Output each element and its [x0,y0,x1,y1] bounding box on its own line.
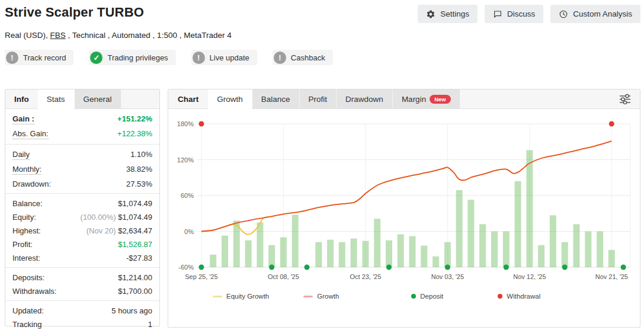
stat-label: Monthly: [12,165,41,175]
stats-group-3: Balance:$1,074.49Equity:(100.00%) $1,074… [5,193,159,267]
stat-label: Updated: [12,306,44,315]
stat-label: Withdrawals: [12,287,56,296]
stat-label: Drawdown: [12,180,51,188]
stats-group-5: Updated:5 hours agoTracking1 [5,300,159,330]
stats-list: Gain :+151.22%Abs. Gain:+122.38%Daily1.1… [5,109,159,330]
custom-analysis-button-label: Custom Analysis [573,9,632,18]
stat-row-balance: Balance:$1,074.49 [5,197,159,210]
badge-label: Trading privileges [107,53,168,62]
stat-value: $1,526.87 [118,240,152,249]
y-tick-label: 180% [177,120,194,127]
chart-tab-growth[interactable]: Growth [208,89,252,108]
stat-label: Profit: [12,240,33,249]
broker-link[interactable]: FBS [50,31,66,40]
subtitle-prefix: Real (USD), [5,31,50,40]
stat-value: (Nov 20) $2,634.47 [86,226,152,235]
chart-panel: Chart GrowthBalanceProfitDrawdownMarginN… [168,89,640,328]
growth-chart-svg: Sep 25, '25Oct 08, '25Oct 23, '25Nov 03,… [168,109,640,287]
growth-chart: Sep 25, '25Oct 08, '25Oct 23, '25Nov 03,… [168,109,640,289]
badge-trading-privileges[interactable]: ✓Trading privileges [89,50,175,65]
check-circle-icon: ✓ [90,52,102,64]
legend-swatch [498,294,502,299]
x-tick-label: Nov 12, '25 [513,273,546,280]
main-content: InfoStatsGeneral Gain :+151.22%Abs. Gain… [5,89,640,328]
legend-item-deposit: Deposit [411,293,443,300]
y-tick-label: 0% [184,228,194,235]
x-tick-label: Oct 08, '25 [268,273,299,280]
stats-group-4: Deposits:$1,214.00Withdrawals:$1,700.00 [5,267,159,300]
y-tick-label: 120% [177,156,194,164]
gear-icon [426,9,435,19]
stat-row-withdrawals: Withdrawals:$1,700.00 [5,284,159,298]
chart-tab-drawdown[interactable]: Drawdown [337,89,393,108]
badge-label: Track record [23,53,66,62]
legend-item-withdrawal: Withdrawal [498,293,540,300]
stat-value: 5 hours ago [111,306,152,315]
badge-label: Live update [210,53,249,62]
stat-label: Interest: [12,254,40,262]
chart-tab-margin[interactable]: MarginNew [393,89,460,108]
stat-value: 38.82% [126,165,152,174]
legend-label: Growth [317,293,339,300]
legend-swatch [213,296,222,297]
custom-analysis-button[interactable]: Custom Analysis [550,5,640,23]
stat-row-monthly: Monthly:38.82% [5,162,159,177]
discuss-button[interactable]: Discuss [485,5,543,23]
y-tick-label: -60% [178,264,194,271]
stat-label: Deposits: [12,273,44,282]
stat-label: Abs. Gain: [12,129,49,139]
stats-tab-general[interactable]: General [75,89,121,108]
chart-panel-title: Chart [168,89,208,108]
stat-label: Balance: [12,199,43,208]
stat-label: Gain : [12,114,34,124]
stat-row-equity: Equity:(100.00%) $1,074.49 [5,210,159,224]
stat-row-tracking: Tracking1 [5,318,159,330]
stat-row-gain: Gain :+151.22% [5,112,159,127]
badge-label: Cashback [291,53,325,62]
stats-tab-stats[interactable]: Stats [38,89,75,108]
legend-label: Withdrawal [507,293,540,300]
stat-label: Tracking [12,320,41,329]
legend-swatch [411,294,416,299]
stat-value: $1,214.00 [118,273,152,282]
info-circle-icon: ! [193,52,205,64]
stats-group-1: Gain :+151.22%Abs. Gain:+122.38% [5,109,159,144]
stat-row-profit: Profit:$1,526.87 [5,238,159,251]
legend-item-growth: Growth [303,293,339,300]
chart-tabs: GrowthBalanceProfitDrawdownMarginNew [208,89,460,108]
stats-panel: InfoStatsGeneral Gain :+151.22%Abs. Gain… [5,89,160,326]
chart-tab-balance[interactable]: Balance [252,89,300,108]
stat-value: -$27.83 [126,254,152,262]
stat-value: $1,700.00 [118,287,152,296]
stat-value: 1 [148,320,152,329]
account-subtitle: Real (USD), FBS , Technical , Automated … [5,31,640,40]
stat-row-updated: Updated:5 hours ago [5,304,159,318]
stat-row-daily: Daily1.10% [5,148,159,162]
info-circle-icon: ! [274,52,286,64]
stat-row-abs-gain: Abs. Gain:+122.38% [5,127,159,142]
stats-tab-info[interactable]: Info [5,89,38,108]
stat-value: (100.00%) $1,074.49 [81,213,152,222]
chart-legend: Equity GrowthGrowthDepositWithdrawal [168,293,640,300]
stat-value: +122.38% [117,129,152,138]
y-tick-label: 60% [181,192,194,199]
x-tick-label: Nov 21, '25 [595,273,628,280]
legend-swatch [303,296,313,297]
stat-value: +151.22% [117,114,152,123]
chart-tab-profit[interactable]: Profit [300,89,337,108]
top-bar: Strive Scalper TURBO Settings Discuss Cu… [5,5,640,23]
stat-row-interest: Interest:-$27.83 [5,251,159,265]
info-circle-icon: ! [6,52,18,64]
new-badge: New [430,95,451,104]
chart-filter-icon[interactable] [610,89,640,108]
stats-tabbar: InfoStatsGeneral [5,89,159,109]
badge-live-update[interactable]: !Live update [191,50,257,65]
badge-track-record[interactable]: !Track record [5,50,73,65]
settings-button[interactable]: Settings [418,5,478,23]
x-tick-label: Oct 23, '25 [350,273,381,280]
chart-tabbar: Chart GrowthBalanceProfitDrawdownMarginN… [168,89,640,109]
legend-label: Deposit [420,293,443,300]
stats-group-2: Daily1.10%Monthly:38.82%Drawdown:27.53% [5,144,159,193]
badge-cashback[interactable]: !Cashback [273,50,333,65]
stat-label: Equity: [12,213,36,222]
